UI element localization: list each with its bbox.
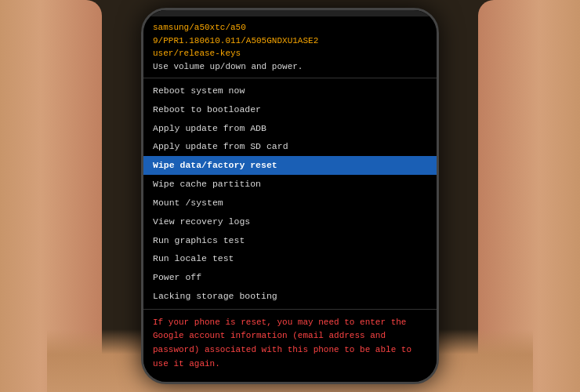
menu-item-10[interactable]: Power off bbox=[143, 268, 437, 287]
device-info-line3: user/release-keys bbox=[153, 47, 427, 60]
menu-item-6[interactable]: Mount /system bbox=[143, 194, 437, 212]
warning-text: If your phone is reset, you may need to … bbox=[153, 316, 427, 371]
device-info-section: samsung/a50xtc/a50 9/PPR1.180610.011/A50… bbox=[143, 18, 437, 78]
warning-section: If your phone is reset, you may need to … bbox=[143, 310, 437, 382]
scene: samsung/a50xtc/a50 9/PPR1.180610.011/A50… bbox=[0, 0, 580, 392]
volume-up-button[interactable] bbox=[141, 65, 143, 89]
device-info-line1: samsung/a50xtc/a50 bbox=[153, 21, 427, 34]
menu-item-0[interactable]: Reboot system now bbox=[143, 82, 437, 100]
phone: samsung/a50xtc/a50 9/PPR1.180610.011/A50… bbox=[141, 8, 439, 384]
menu-item-3[interactable]: Apply update from SD card bbox=[143, 137, 437, 156]
device-info-line2: 9/PPR1.180610.011/A505GNDXU1ASE2 bbox=[153, 34, 427, 48]
recovery-menu: Reboot system nowReboot to bootloaderApp… bbox=[143, 78, 437, 310]
menu-item-8[interactable]: Run graphics test bbox=[143, 231, 437, 250]
power-button[interactable] bbox=[437, 73, 439, 104]
device-info-line4: Use volume up/down and power. bbox=[153, 60, 427, 74]
menu-item-9[interactable]: Run locale test bbox=[143, 249, 437, 268]
menu-item-4[interactable]: Wipe data/factory reset bbox=[143, 156, 437, 175]
menu-item-2[interactable]: Apply update from ADB bbox=[143, 119, 437, 138]
menu-item-7[interactable]: View recovery logs bbox=[143, 212, 437, 231]
menu-item-5[interactable]: Wipe cache partition bbox=[143, 175, 437, 194]
menu-item-1[interactable]: Reboot to bootloader bbox=[143, 100, 437, 119]
volume-down-button[interactable] bbox=[141, 96, 143, 120]
menu-item-11[interactable]: Lacking storage booting bbox=[143, 287, 437, 306]
recovery-screen: samsung/a50xtc/a50 9/PPR1.180610.011/A50… bbox=[143, 10, 437, 382]
